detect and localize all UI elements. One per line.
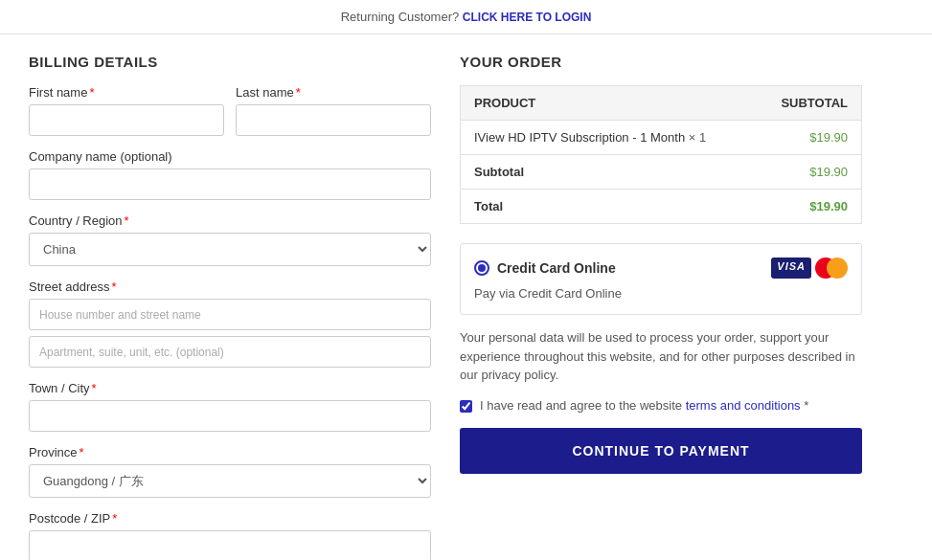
city-input[interactable] (29, 400, 431, 432)
street-group: Street address* (29, 280, 431, 368)
last-name-group: Last name* (236, 85, 431, 136)
province-label: Province* (29, 445, 431, 459)
last-name-label: Last name* (236, 85, 431, 100)
first-name-input[interactable] (29, 104, 224, 136)
agree-text: I have read and agree to the website ter… (480, 398, 808, 413)
country-select[interactable]: China (29, 233, 431, 266)
payment-card-icons: VISA (771, 258, 848, 279)
company-group: Company name (optional) (29, 149, 431, 200)
mastercard-icon (815, 258, 848, 279)
terms-link[interactable]: terms and conditions (686, 398, 801, 413)
street-input-2[interactable] (29, 336, 431, 368)
subtotal-label: Subtotal (474, 165, 524, 179)
company-label: Company name (optional) (29, 149, 431, 164)
postcode-label: Postcode / ZIP* (29, 511, 431, 526)
billing-section: Billing Details First name* Last name* C… (29, 54, 431, 560)
first-name-label: First name* (29, 85, 224, 100)
postcode-group: Postcode / ZIP* (29, 511, 431, 560)
country-label: Country / Region* (29, 213, 431, 228)
agree-row: I have read and agree to the website ter… (460, 398, 862, 413)
last-name-input[interactable] (236, 104, 431, 136)
mc-orange-circle (827, 258, 848, 279)
order-table-header: Product Subtotal (461, 86, 862, 121)
payment-label-left: Credit Card Online (474, 260, 616, 276)
top-bar: Returning Customer? Click here to login (0, 0, 932, 34)
product-qty: × 1 (689, 130, 706, 145)
street-label: Street address* (29, 280, 431, 294)
order-title: Your Order (460, 54, 862, 70)
login-link[interactable]: Click here to login (463, 11, 591, 24)
order-table: Product Subtotal IView HD IPTV Subscript… (460, 85, 862, 224)
payment-header: Credit Card Online VISA (474, 258, 848, 279)
payment-method-box: Credit Card Online VISA Pay via Credit C… (460, 243, 862, 315)
continue-payment-button[interactable]: Continue to Payment (460, 428, 862, 474)
returning-customer-text: Returning Customer? (341, 10, 460, 24)
payment-radio-inner (478, 264, 486, 272)
subtotal-row: Subtotal $19.90 (461, 155, 862, 190)
agree-checkbox[interactable] (460, 400, 472, 413)
total-label-cell: Total (461, 190, 756, 224)
street-input-1[interactable] (29, 299, 431, 330)
product-name-cell: IView HD IPTV Subscription - 1 Month × 1 (461, 121, 756, 155)
privacy-text: Your personal data will be used to proce… (460, 328, 862, 385)
col-product: Product (461, 86, 756, 121)
postcode-input[interactable] (29, 530, 431, 560)
visa-icon: VISA (771, 258, 811, 279)
province-group: Province* Guangdong / 广东 (29, 445, 431, 498)
first-name-group: First name* (29, 85, 224, 136)
city-label: Town / City* (29, 381, 431, 395)
payment-method-label: Credit Card Online (497, 260, 616, 276)
order-section: Your Order Product Subtotal IView HD IPT… (460, 54, 862, 560)
product-subtotal-cell: $19.90 (755, 121, 861, 155)
total-value-cell: $19.90 (755, 190, 861, 224)
payment-description: Pay via Credit Card Online (474, 286, 848, 301)
country-group: Country / Region* China (29, 213, 431, 266)
total-row: Total $19.90 (461, 190, 862, 224)
city-group: Town / City* (29, 381, 431, 432)
col-subtotal: Subtotal (755, 86, 861, 121)
subtotal-label-cell: Subtotal (461, 155, 756, 190)
subtotal-value-cell: $19.90 (755, 155, 861, 190)
company-input[interactable] (29, 168, 431, 200)
name-row: First name* Last name* (29, 85, 431, 136)
payment-radio-icon[interactable] (474, 260, 489, 276)
product-name: IView HD IPTV Subscription - 1 Month (474, 130, 685, 145)
product-row: IView HD IPTV Subscription - 1 Month × 1… (461, 121, 862, 155)
billing-title: Billing Details (29, 54, 431, 70)
province-select[interactable]: Guangdong / 广东 (29, 464, 431, 498)
